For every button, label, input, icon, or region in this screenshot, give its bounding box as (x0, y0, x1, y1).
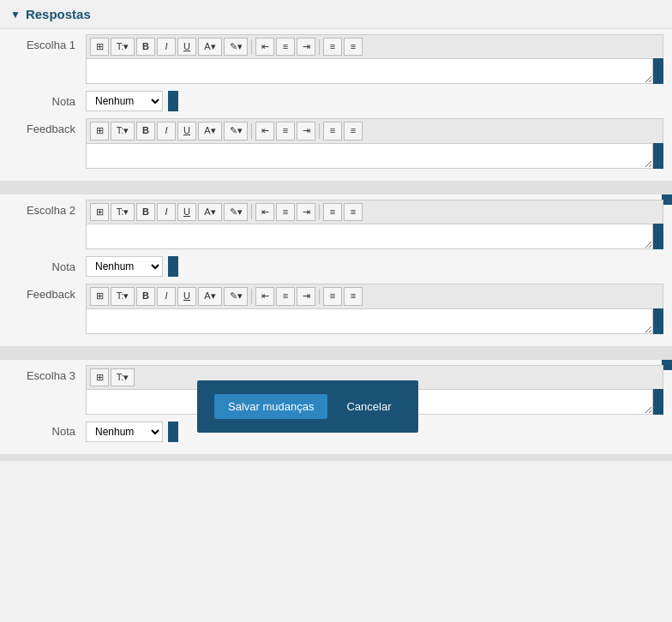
c3-table-icon[interactable]: ⊞ (90, 368, 109, 386)
highlight-btn[interactable]: ✎▾ (224, 38, 248, 56)
c2-highlight-btn[interactable]: ✎▾ (224, 203, 248, 221)
nota-1-row: Nota Nenhum 12345 (0, 91, 672, 111)
c2-table-icon[interactable]: ⊞ (90, 203, 109, 221)
fb1-text-format-btn[interactable]: T:▾ (111, 122, 135, 140)
table-icon[interactable]: ⊞ (90, 38, 109, 56)
feedback-1-toolbar: ⊞ T:▾ B I U A▾ ✎▾ ⇤ ≡ ⇥ ≡ ≡ (86, 118, 663, 142)
choice-1-textarea[interactable] (86, 58, 653, 84)
fb1-table-icon[interactable]: ⊞ (90, 122, 109, 140)
choice-block-1: Escolha 1 ⊞ T:▾ B I U A▾ ✎▾ ⇤ ≡ ⇥ ≡ ≡ (0, 29, 672, 188)
fb2-align-center-btn[interactable]: ≡ (276, 287, 295, 305)
c2-ordered-list-btn[interactable]: ≡ (323, 203, 342, 221)
fb1-bold-btn[interactable]: B (136, 122, 155, 140)
chevron-down-icon: ▼ (10, 9, 21, 21)
choice-block-3: Escolha 3 ⊞ T:▾ Salvar mudanças Cancelar… (0, 360, 672, 461)
choice-1-right-bar (653, 58, 663, 84)
fb1-highlight-btn[interactable]: ✎▾ (224, 122, 248, 140)
fb2-right-bar (653, 308, 663, 334)
fb1-align-center-btn[interactable]: ≡ (276, 122, 295, 140)
fb1-font-color-btn[interactable]: A▾ (198, 122, 222, 140)
align-right-btn[interactable]: ⇥ (297, 38, 315, 56)
font-color-btn[interactable]: A▾ (198, 38, 222, 56)
nota-1-label: Nota (9, 95, 86, 108)
c2-align-center-btn[interactable]: ≡ (276, 203, 295, 221)
feedback-2-editor: ⊞ T:▾ B I U A▾ ✎▾ ⇤ ≡ ⇥ ≡ ≡ (86, 284, 663, 333)
nota-2-select[interactable]: Nenhum 12345 (86, 256, 163, 277)
fb1-unordered-list-btn[interactable]: ≡ (344, 122, 363, 140)
choice-2-editor: ⊞ T:▾ B I U A▾ ✎▾ ⇤ ≡ ⇥ ≡ ≡ (86, 200, 663, 249)
underline-btn[interactable]: U (177, 38, 196, 56)
choice-3-label: Escolha 3 (9, 365, 86, 382)
choice-1-row: Escolha 1 ⊞ T:▾ B I U A▾ ✎▾ ⇤ ≡ ⇥ ≡ ≡ (0, 34, 672, 84)
save-button[interactable]: Salvar mudanças (214, 394, 327, 419)
fb1-ordered-list-btn[interactable]: ≡ (323, 122, 342, 140)
fb1-underline-btn[interactable]: U (177, 122, 196, 140)
feedback-1-editor: ⊞ T:▾ B I U A▾ ✎▾ ⇤ ≡ ⇥ ≡ ≡ (86, 118, 663, 168)
fb1-sep2 (319, 123, 320, 139)
c2-unordered-list-btn[interactable]: ≡ (344, 203, 363, 221)
c2-text-format-btn[interactable]: T:▾ (111, 203, 135, 221)
choice-1-toolbar: ⊞ T:▾ B I U A▾ ✎▾ ⇤ ≡ ⇥ ≡ ≡ (86, 34, 663, 58)
sep2 (319, 39, 320, 55)
fb1-italic-btn[interactable]: I (157, 122, 176, 140)
choice-2-label: Escolha 2 (9, 200, 86, 217)
feedback-1-label: Feedback (9, 118, 86, 135)
respostas-title: Respostas (26, 7, 91, 21)
fb2-underline-btn[interactable]: U (177, 287, 196, 305)
c2-sep1 (251, 204, 252, 219)
fb2-bold-btn[interactable]: B (136, 287, 155, 305)
bold-btn[interactable]: B (136, 38, 155, 56)
fb2-unordered-list-btn[interactable]: ≡ (344, 287, 363, 305)
feedback-2-toolbar: ⊞ T:▾ B I U A▾ ✎▾ ⇤ ≡ ⇥ ≡ ≡ (86, 284, 663, 308)
nota-1-select[interactable]: Nenhum 12345 (86, 91, 163, 111)
italic-btn[interactable]: I (157, 38, 176, 56)
choice-2-toolbar: ⊞ T:▾ B I U A▾ ✎▾ ⇤ ≡ ⇥ ≡ ≡ (86, 200, 663, 224)
cancel-button[interactable]: Cancelar (336, 394, 401, 419)
fb2-align-left-btn[interactable]: ⇤ (255, 287, 274, 305)
fb1-align-right-btn[interactable]: ⇥ (297, 122, 315, 140)
page-container: ▼ Respostas Escolha 1 ⊞ T:▾ B I U A▾ ✎▾ … (0, 0, 672, 622)
c3-text-format-btn[interactable]: T:▾ (111, 368, 135, 386)
feedback-1-textarea[interactable] (86, 143, 653, 169)
ordered-list-btn[interactable]: ≡ (323, 38, 342, 56)
nota-2-label: Nota (9, 260, 86, 273)
choice-1-label: Escolha 1 (9, 34, 86, 51)
nota-3-select[interactable]: Nenhum 12345 (86, 422, 163, 442)
feedback-1-row: Feedback ⊞ T:▾ B I U A▾ ✎▾ ⇤ ≡ ⇥ ≡ ≡ (0, 118, 672, 168)
section-gap-1 (0, 188, 672, 194)
c2-bold-btn[interactable]: B (136, 203, 155, 221)
c2-underline-btn[interactable]: U (177, 203, 196, 221)
nota-2-row: Nota Nenhum 12345 (0, 256, 672, 277)
fb1-sep1 (251, 123, 252, 139)
c2-align-right-btn[interactable]: ⇥ (297, 203, 315, 221)
fb1-right-bar (653, 143, 663, 169)
unordered-list-btn[interactable]: ≡ (344, 38, 363, 56)
choice-2-textarea[interactable] (86, 224, 653, 249)
text-format-btn[interactable]: T:▾ (111, 38, 135, 56)
c2-align-left-btn[interactable]: ⇤ (255, 203, 274, 221)
choice-3-row: Escolha 3 ⊞ T:▾ Salvar mudanças Cancelar (0, 365, 672, 415)
c2-font-color-btn[interactable]: A▾ (198, 203, 222, 221)
fb2-table-icon[interactable]: ⊞ (90, 287, 109, 305)
feedback-2-textarea[interactable] (86, 308, 653, 334)
c2-italic-btn[interactable]: I (157, 203, 176, 221)
choice-2-right-bar (653, 224, 663, 249)
fb2-align-right-btn[interactable]: ⇥ (297, 287, 315, 305)
choice-1-editor: ⊞ T:▾ B I U A▾ ✎▾ ⇤ ≡ ⇥ ≡ ≡ (86, 34, 663, 84)
align-left-btn[interactable]: ⇤ (255, 38, 274, 56)
align-center-btn[interactable]: ≡ (276, 38, 295, 56)
respostas-header: ▼ Respostas (0, 0, 672, 29)
feedback-2-row: Feedback ⊞ T:▾ B I U A▾ ✎▾ ⇤ ≡ ⇥ ≡ ≡ (0, 284, 672, 333)
fb2-font-color-btn[interactable]: A▾ (198, 287, 222, 305)
c2-sep2 (319, 204, 320, 219)
fb2-ordered-list-btn[interactable]: ≡ (323, 287, 342, 305)
fb2-sep1 (251, 289, 252, 304)
nota-1-blue (168, 91, 178, 111)
nota-3-blue (168, 422, 178, 442)
fb2-highlight-btn[interactable]: ✎▾ (224, 287, 248, 305)
fb1-align-left-btn[interactable]: ⇤ (255, 122, 274, 140)
fb2-italic-btn[interactable]: I (157, 287, 176, 305)
feedback-2-label: Feedback (9, 284, 86, 301)
fb2-text-format-btn[interactable]: T:▾ (111, 287, 135, 305)
sep1 (251, 39, 252, 55)
